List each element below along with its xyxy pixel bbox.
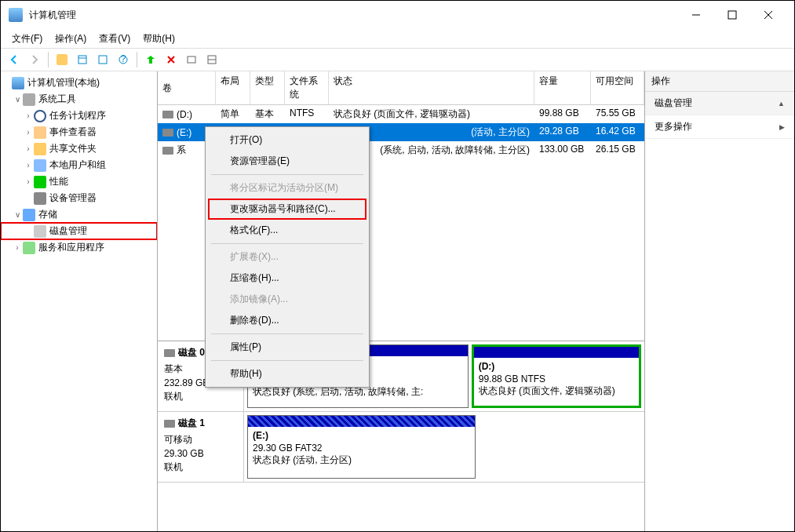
partition-e[interactable]: (E:) 29.30 GB FAT32 状态良好 (活动, 主分区) — [247, 415, 476, 479]
tree-eventviewer[interactable]: ›事件查看器 — [1, 124, 157, 140]
toolbar-sep — [48, 52, 49, 67]
main-area: 计算机管理(本地) ∨系统工具 ›任务计划程序 ›事件查看器 ›共享文件夹 ›本… — [1, 71, 794, 531]
partition-bar — [474, 347, 639, 358]
partition-bar — [248, 416, 475, 427]
tb-btn-8[interactable] — [202, 50, 221, 69]
window-title: 计算机管理 — [29, 9, 678, 22]
volume-icon — [162, 147, 173, 155]
tree-storage[interactable]: ∨存储 — [1, 206, 157, 223]
context-menu-item: 扩展卷(X)... — [208, 246, 367, 268]
volume-icon — [162, 129, 173, 137]
tree-systools[interactable]: ∨系统工具 — [1, 91, 157, 107]
context-menu-sep — [211, 243, 363, 244]
chevron-right-icon: ▶ — [779, 123, 785, 131]
window-controls — [678, 2, 786, 27]
context-menu-item[interactable]: 压缩卷(H)... — [208, 268, 367, 289]
volume-table-header: 卷 布局 类型 文件系统 状态 容量 可用空间 — [158, 71, 644, 105]
tree-devicemgr[interactable]: 设备管理器 — [1, 190, 157, 206]
empty-space — [479, 415, 641, 479]
app-icon — [9, 8, 23, 22]
tree-tasksched[interactable]: ›任务计划程序 — [1, 107, 157, 124]
context-menu-item[interactable]: 属性(P) — [208, 337, 367, 358]
tree-systools-label: 系统工具 — [38, 93, 76, 106]
toolbar: ? — [1, 48, 794, 71]
svg-rect-6 — [99, 56, 107, 64]
tree-localusers[interactable]: ›本地用户和组 — [1, 157, 157, 173]
actions-more[interactable]: 更多操作▶ — [645, 115, 794, 139]
col-filesystem[interactable]: 文件系统 — [285, 71, 329, 104]
menu-help[interactable]: 帮助(H) — [137, 30, 181, 48]
svg-rect-1 — [728, 11, 736, 19]
menu-view[interactable]: 查看(V) — [93, 30, 137, 48]
disk-row: 磁盘 1 可移动 29.30 GB 联机 (E:) 29.30 GB FAT32… — [158, 412, 644, 483]
actions-group[interactable]: 磁盘管理▲ — [645, 92, 794, 115]
menu-file[interactable]: 文件(F) — [5, 30, 49, 48]
context-menu-item[interactable]: 格式化(F)... — [208, 220, 367, 241]
col-volume[interactable]: 卷 — [158, 71, 216, 104]
tree-panel[interactable]: 计算机管理(本地) ∨系统工具 ›任务计划程序 ›事件查看器 ›共享文件夹 ›本… — [1, 71, 158, 531]
col-type[interactable]: 类型 — [250, 71, 285, 104]
partitions: (E:) 29.30 GB FAT32 状态良好 (活动, 主分区) — [244, 412, 644, 482]
col-free[interactable]: 可用空间 — [591, 71, 644, 104]
minimize-button[interactable] — [678, 2, 714, 27]
tb-btn-3[interactable] — [93, 50, 112, 69]
actions-header: 操作 — [645, 71, 794, 92]
context-menu-item: 将分区标记为活动分区(M) — [208, 177, 367, 199]
table-row[interactable]: (D:) 简单 基本 NTFS 状态良好 (页面文件, 逻辑驱动器) 99.88… — [158, 105, 644, 123]
tb-btn-1[interactable] — [53, 50, 71, 69]
col-layout[interactable]: 布局 — [216, 71, 250, 104]
tree-performance[interactable]: ›性能 — [1, 173, 157, 190]
col-status[interactable]: 状态 — [329, 71, 534, 104]
titlebar: 计算机管理 — [1, 1, 794, 29]
context-menu-sep — [211, 360, 363, 361]
context-menu-item[interactable]: 删除卷(D)... — [208, 310, 367, 331]
toolbar-sep-2 — [137, 52, 137, 67]
tb-btn-2[interactable] — [73, 50, 92, 69]
svg-text:?: ? — [121, 54, 126, 64]
menubar: 文件(F) 操作(A) 查看(V) 帮助(H) — [1, 29, 794, 48]
tree-root-label: 计算机管理(本地) — [27, 76, 100, 89]
context-menu-item[interactable]: 资源管理器(E) — [208, 151, 367, 172]
tb-btn-5[interactable] — [141, 50, 160, 69]
context-menu-item[interactable]: 帮助(H) — [208, 363, 367, 384]
context-menu-item: 添加镜像(A)... — [208, 289, 367, 310]
svg-rect-4 — [78, 56, 86, 64]
tree-diskmgmt[interactable]: 磁盘管理 — [1, 223, 157, 239]
context-menu-item[interactable]: 更改驱动器号和路径(C)... — [208, 199, 367, 220]
volume-icon — [162, 111, 173, 118]
disk-icon — [164, 349, 175, 357]
tb-btn-4[interactable]: ? — [114, 50, 133, 69]
maximize-button[interactable] — [714, 2, 750, 27]
col-capacity[interactable]: 容量 — [534, 71, 591, 104]
disk-icon — [164, 420, 175, 428]
close-button[interactable] — [750, 2, 786, 27]
context-menu-sep — [211, 174, 363, 175]
back-button[interactable] — [5, 50, 24, 69]
forward-button[interactable] — [25, 50, 44, 69]
context-menu-item[interactable]: 打开(O) — [208, 129, 367, 151]
collapse-icon: ▲ — [778, 100, 785, 107]
menu-action[interactable]: 操作(A) — [49, 30, 93, 48]
tree-services[interactable]: ›服务和应用程序 — [1, 239, 157, 256]
tb-delete-button[interactable] — [162, 50, 181, 69]
tb-btn-7[interactable] — [182, 50, 201, 69]
actions-panel: 操作 磁盘管理▲ 更多操作▶ — [645, 71, 794, 531]
disk-info[interactable]: 磁盘 1 可移动 29.30 GB 联机 — [158, 412, 244, 482]
context-menu-sep — [211, 333, 363, 334]
partition-d[interactable]: (D:) 99.88 GB NTFS 状态良好 (页面文件, 逻辑驱动器) — [472, 344, 641, 408]
context-menu: 打开(O)资源管理器(E)将分区标记为活动分区(M)更改驱动器号和路径(C)..… — [205, 126, 370, 388]
tree-sharedfolders[interactable]: ›共享文件夹 — [1, 140, 157, 157]
tree-root[interactable]: 计算机管理(本地) — [1, 75, 157, 91]
svg-rect-9 — [188, 56, 195, 63]
